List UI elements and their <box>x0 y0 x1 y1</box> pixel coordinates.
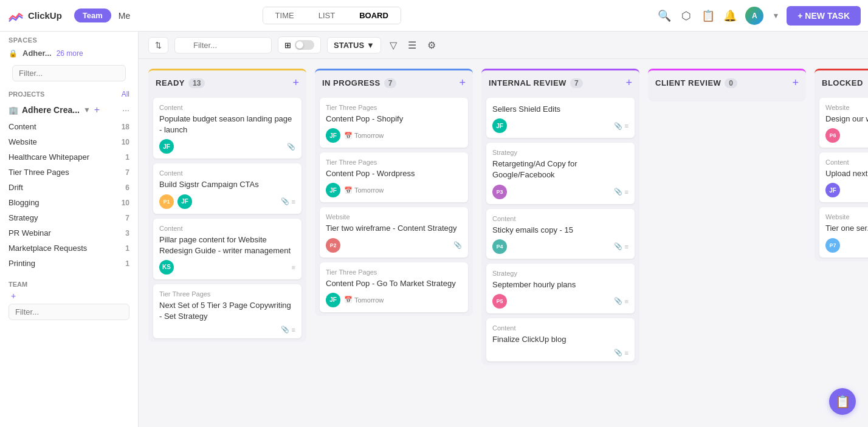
column-cards <box>648 94 806 101</box>
user-avatar[interactable]: A <box>745 7 763 25</box>
task-card[interactable]: Content Pillar page content for Website … <box>153 219 301 279</box>
task-card[interactable]: Sellers Shield Edits JF 📎 ≡ <box>486 98 635 138</box>
task-card[interactable]: Tier Three Pages Next Set of 5 Tier 3 Pa… <box>153 284 301 338</box>
column-add-button[interactable]: + <box>792 77 799 89</box>
avatar: KS <box>159 260 174 275</box>
clipboard-icon[interactable]: 📋 <box>701 9 715 22</box>
card-category: Content <box>492 215 629 222</box>
project-name: Blogging <box>9 198 40 207</box>
column-header: IN PROGRESS 7 + <box>315 69 473 94</box>
app-name: ClickUp <box>28 10 62 21</box>
sidebar-filter-input[interactable] <box>12 65 126 81</box>
column-title: INTERNAL REVIEW <box>489 78 567 87</box>
projects-all-link[interactable]: All <box>122 90 129 98</box>
column-cards: Website Design our w... P6 Content Uploa… <box>815 94 868 261</box>
card-meta: P4 📎 ≡ <box>492 239 629 254</box>
task-card[interactable]: Website Tier two wireframe - Content Str… <box>320 207 468 257</box>
filter-icon-button[interactable]: ▽ <box>387 37 399 53</box>
sidebar-project-item[interactable]: Website10 <box>0 134 138 149</box>
sidebar-project-item[interactable]: Marketplace Requests1 <box>0 241 138 256</box>
task-card[interactable]: Strategy Retargeting/Ad Copy for Google/… <box>486 143 635 203</box>
tab-time[interactable]: TIME <box>263 7 306 24</box>
task-card[interactable]: Content Sticky emails copy - 15 P4 📎 ≡ <box>486 209 635 259</box>
sort-button[interactable]: ⇅ <box>148 37 168 53</box>
workspace-icon: 🏢 <box>9 106 18 115</box>
avatar: P3 <box>492 185 507 199</box>
column-add-button[interactable]: + <box>625 77 632 89</box>
card-meta: P1JF 📎 ≡ <box>159 194 295 209</box>
team-section: TEAM + <box>0 276 138 323</box>
projects-header: PROJECTS All <box>0 86 138 101</box>
bell-icon[interactable]: 🔔 <box>723 9 737 22</box>
task-card[interactable]: Website Design our w... P6 <box>819 98 868 148</box>
avatar: P1 <box>159 194 174 209</box>
workspace-add-icon[interactable]: + <box>94 104 100 115</box>
status-dropdown[interactable]: STATUS ▼ <box>327 37 381 53</box>
task-card[interactable]: Tier Three Pages Content Pop - Go To Mar… <box>320 262 468 312</box>
sidebar-project-item[interactable]: Strategy7 <box>0 210 138 225</box>
avatar: P5 <box>492 294 507 309</box>
toggle-button[interactable]: ⊞ <box>278 36 321 53</box>
project-count: 10 <box>122 199 129 207</box>
task-card[interactable]: Tier Three Pages Content Pop - Wordpress… <box>320 152 468 202</box>
task-card[interactable]: Content Finalize ClickUp blog 📎 ≡ <box>486 318 635 361</box>
attachment-icon: 📎 <box>614 122 622 130</box>
search-icon[interactable]: 🔍 <box>658 9 671 22</box>
card-actions: 📎 <box>287 143 295 151</box>
view-toggle-button[interactable]: ☰ <box>405 37 419 53</box>
team-add-icon[interactable]: + <box>11 291 16 301</box>
avatar: P6 <box>825 128 840 143</box>
card-category: Tier Three Pages <box>326 159 462 166</box>
team-filter-input[interactable] <box>9 304 129 320</box>
task-card[interactable]: Content Build Sigstr Campaign CTAs P1JF … <box>153 163 301 213</box>
avatar: P4 <box>492 239 507 254</box>
sidebar-project-item[interactable]: Content18 <box>0 119 138 134</box>
card-actions: 📎 ≡ <box>614 242 629 250</box>
task-card[interactable]: Content Upload next spot templa... JF <box>819 152 868 202</box>
team-badge[interactable]: Team <box>74 9 111 22</box>
task-card[interactable]: Tier Three Pages Content Pop - Shopify J… <box>320 98 468 148</box>
workspace-header[interactable]: 🏢 Adhere Crea... ▼ + ··· <box>0 101 138 119</box>
workspace-arrow: ▼ <box>83 106 91 114</box>
me-label[interactable]: Me <box>119 11 130 21</box>
card-category: Website <box>326 213 462 220</box>
task-card[interactable]: Strategy September hourly plans P5 📎 ≡ <box>486 264 635 313</box>
project-count: 18 <box>122 123 129 131</box>
avatar: JF <box>492 118 507 133</box>
card-meta: P2 📎 <box>326 238 462 253</box>
tab-board[interactable]: BOARD <box>347 7 401 24</box>
top-navigation: ClickUp Team Me TIME LIST BOARD 🔍 ⬡ 📋 🔔 … <box>0 0 868 32</box>
card-title: September hourly plans <box>492 279 629 290</box>
nav-icons: 🔍 ⬡ 📋 🔔 A ▼ <box>658 7 779 25</box>
avatar: JF <box>326 183 340 197</box>
workspace-more-icon[interactable]: ··· <box>122 105 129 115</box>
tab-list[interactable]: LIST <box>306 7 347 24</box>
column-add-button[interactable]: + <box>459 77 466 89</box>
column-add-button[interactable]: + <box>292 77 299 89</box>
list-icon: ≡ <box>292 264 295 271</box>
card-meta: JF 📎 <box>159 139 295 154</box>
sidebar-project-item[interactable]: Tier Three Pages7 <box>0 165 138 180</box>
logo[interactable]: ClickUp <box>7 7 62 24</box>
sidebar-project-item[interactable]: Blogging10 <box>0 195 138 210</box>
settings-button[interactable]: ⚙ <box>425 37 438 53</box>
task-card[interactable]: Website Tier one ser... tent populat... … <box>819 207 868 257</box>
card-title: Next Set of 5 Tier 3 Page Copywriting - … <box>159 300 295 322</box>
project-count: 7 <box>125 168 129 177</box>
sidebar-project-item[interactable]: Healthcare Whitepaper1 <box>0 149 138 165</box>
user-dropdown-arrow[interactable]: ▼ <box>772 12 779 20</box>
floating-action-button[interactable]: 📋 <box>829 388 856 415</box>
project-name: Tier Three Pages <box>9 168 69 177</box>
cube-icon[interactable]: ⬡ <box>680 9 693 22</box>
filter-input[interactable] <box>174 37 272 53</box>
sidebar-project-item[interactable]: PR Webinar3 <box>0 225 138 241</box>
task-card[interactable]: Content Populate budget season landing p… <box>153 98 301 159</box>
card-actions: ≡ <box>292 264 295 271</box>
project-name: Website <box>9 137 37 146</box>
more-spaces-link[interactable]: 26 more <box>57 49 83 58</box>
space-name[interactable]: Adher... <box>22 49 52 58</box>
sidebar-project-item[interactable]: Drift6 <box>0 180 138 195</box>
new-task-button[interactable]: + NEW TASK <box>787 6 861 26</box>
sidebar-project-item[interactable]: Printing1 <box>0 256 138 271</box>
team-label: TEAM <box>9 278 129 290</box>
